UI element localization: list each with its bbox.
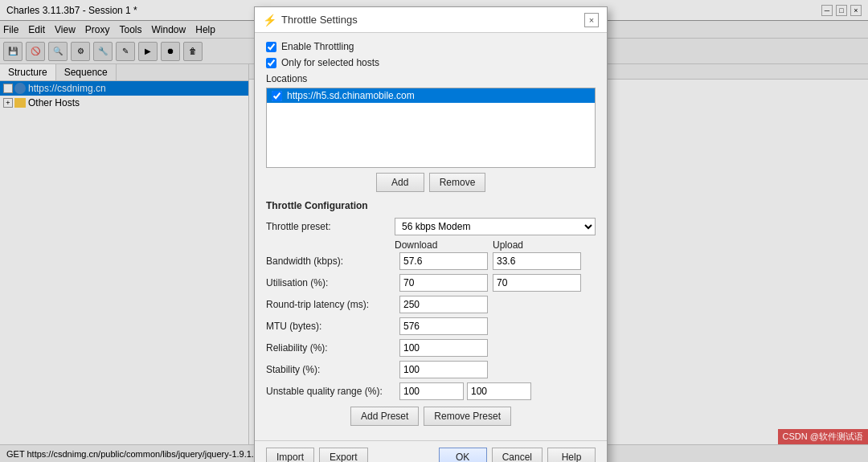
dialog-title-icon: ⚡ — [263, 14, 276, 27]
preset-row: Throttle preset: 56 kbps Modem ISDN DSL … — [266, 218, 596, 235]
footer-left-buttons: Import Export — [266, 448, 368, 462]
unstable-quality-label: Unstable quality range (%): — [266, 386, 395, 397]
remove-location-button[interactable]: Remove — [429, 173, 486, 192]
export-button[interactable]: Export — [319, 448, 368, 462]
dialog-body: Enable Throttling Only for selected host… — [255, 33, 607, 440]
dialog-close-button[interactable]: × — [584, 13, 599, 27]
preset-buttons: Add Preset Remove Preset — [266, 407, 596, 426]
only-selected-hosts-row: Only for selected hosts — [266, 57, 596, 68]
unstable-quality-min-input[interactable] — [399, 382, 464, 400]
dialog-title: Throttle Settings — [281, 14, 358, 26]
help-button[interactable]: Help — [547, 448, 596, 462]
footer-right-buttons: OK Cancel Help — [439, 448, 596, 462]
column-headers: Download Upload — [395, 239, 596, 251]
bandwidth-label: Bandwidth (kbps): — [266, 256, 395, 267]
latency-input[interactable] — [399, 296, 488, 313]
remove-preset-button[interactable]: Remove Preset — [424, 407, 511, 426]
only-selected-hosts-checkbox[interactable] — [266, 58, 276, 68]
range-inputs — [399, 382, 531, 400]
dialog-footer: Import Export OK Cancel Help — [255, 440, 607, 462]
only-selected-hosts-label[interactable]: Only for selected hosts — [281, 57, 379, 68]
import-button[interactable]: Import — [266, 448, 314, 462]
enable-throttling-label[interactable]: Enable Throttling — [281, 41, 354, 52]
location-url-0: https://h5.sd.chinamobile.com — [287, 90, 415, 101]
watermark-text: CSDN @软件测试语 — [783, 431, 863, 441]
upload-header: Upload — [493, 239, 523, 251]
mtu-input[interactable] — [399, 317, 488, 335]
stability-input[interactable] — [399, 361, 488, 378]
reliability-row: Reliability (%): — [266, 339, 596, 357]
locations-buttons: Add Remove — [266, 173, 596, 192]
preset-select[interactable]: 56 kbps Modem ISDN DSL Cable 3G 4G LTE W… — [395, 218, 596, 235]
reliability-input[interactable] — [399, 339, 488, 357]
add-preset-button[interactable]: Add Preset — [350, 407, 419, 426]
preset-label: Throttle preset: — [266, 221, 395, 232]
unstable-quality-row: Unstable quality range (%): — [266, 382, 596, 400]
enable-throttling-row: Enable Throttling — [266, 41, 596, 52]
ok-button[interactable]: OK — [439, 448, 487, 462]
utilisation-label: Utilisation (%): — [266, 277, 395, 288]
throttle-dialog: ⚡ Throttle Settings × Enable Throttling … — [254, 6, 608, 462]
bandwidth-row: Bandwidth (kbps): — [266, 252, 596, 270]
locations-list: https://h5.sd.chinamobile.com — [266, 88, 596, 168]
bandwidth-download-input[interactable] — [399, 252, 488, 270]
location-checkbox-0[interactable] — [272, 91, 282, 101]
utilisation-row: Utilisation (%): — [266, 274, 596, 292]
download-header: Download — [395, 239, 483, 251]
mtu-label: MTU (bytes): — [266, 321, 395, 332]
utilisation-upload-input[interactable] — [493, 274, 581, 292]
utilisation-download-input[interactable] — [399, 274, 488, 292]
config-title: Throttle Configuration — [266, 200, 596, 211]
watermark: CSDN @软件测试语 — [778, 429, 868, 444]
reliability-label: Reliability (%): — [266, 342, 395, 354]
dialog-titlebar: ⚡ Throttle Settings × — [255, 7, 607, 33]
add-location-button[interactable]: Add — [376, 173, 424, 192]
unstable-quality-max-input[interactable] — [467, 382, 531, 400]
bandwidth-upload-input[interactable] — [493, 252, 581, 270]
location-item-0[interactable]: https://h5.sd.chinamobile.com — [267, 88, 595, 103]
stability-label: Stability (%): — [266, 364, 395, 375]
latency-row: Round-trip latency (ms): — [266, 296, 596, 313]
mtu-row: MTU (bytes): — [266, 317, 596, 335]
stability-row: Stability (%): — [266, 361, 596, 378]
locations-label: Locations — [266, 73, 596, 84]
cancel-button[interactable]: Cancel — [492, 448, 542, 462]
enable-throttling-checkbox[interactable] — [266, 42, 276, 52]
latency-label: Round-trip latency (ms): — [266, 299, 395, 310]
